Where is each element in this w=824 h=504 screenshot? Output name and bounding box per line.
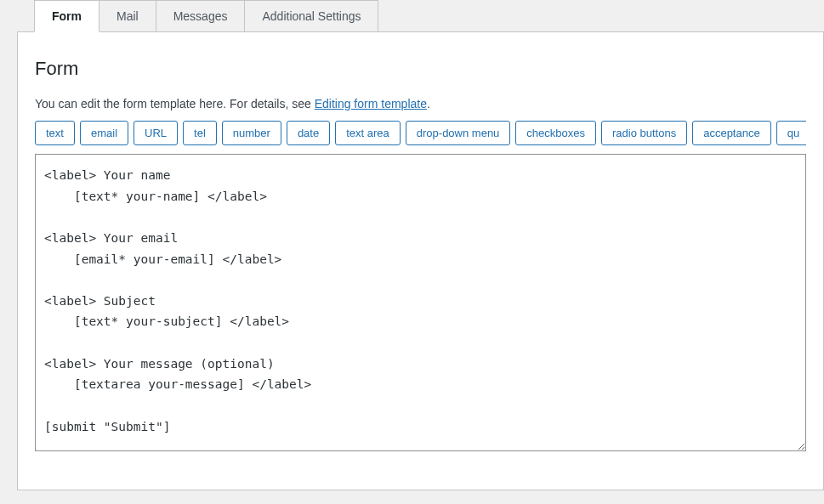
tag-button-tel[interactable]: tel bbox=[183, 121, 217, 145]
tag-button-text[interactable]: text bbox=[35, 121, 75, 145]
tab-additional-settings[interactable]: Additional Settings bbox=[245, 0, 378, 31]
tag-button-checkboxes[interactable]: checkboxes bbox=[515, 121, 596, 145]
tab-mail[interactable]: Mail bbox=[99, 0, 156, 31]
tag-button-email[interactable]: email bbox=[80, 121, 128, 145]
tag-button-radio[interactable]: radio buttons bbox=[601, 121, 687, 145]
help-text: You can edit the form template here. For… bbox=[35, 97, 806, 110]
panel-form: Form You can edit the form template here… bbox=[17, 31, 824, 490]
help-link[interactable]: Editing form template bbox=[315, 97, 427, 110]
tab-messages[interactable]: Messages bbox=[156, 0, 246, 31]
tag-button-row: text email URL tel number date text area… bbox=[35, 121, 806, 145]
help-text-before: You can edit the form template here. For… bbox=[35, 97, 315, 110]
tag-button-textarea[interactable]: text area bbox=[335, 121, 401, 145]
tab-bar: Form Mail Messages Additional Settings bbox=[34, 0, 824, 31]
help-text-after: . bbox=[427, 97, 430, 110]
tag-button-url[interactable]: URL bbox=[134, 121, 178, 145]
form-template-textarea[interactable] bbox=[35, 154, 806, 451]
tag-button-number[interactable]: number bbox=[222, 121, 281, 145]
tab-form[interactable]: Form bbox=[34, 0, 99, 32]
section-title: Form bbox=[35, 58, 806, 80]
tag-button-quiz[interactable]: qu bbox=[776, 121, 806, 145]
tag-button-date[interactable]: date bbox=[287, 121, 330, 145]
tag-button-dropdown[interactable]: drop-down menu bbox=[406, 121, 511, 145]
tag-button-acceptance[interactable]: acceptance bbox=[692, 121, 771, 145]
